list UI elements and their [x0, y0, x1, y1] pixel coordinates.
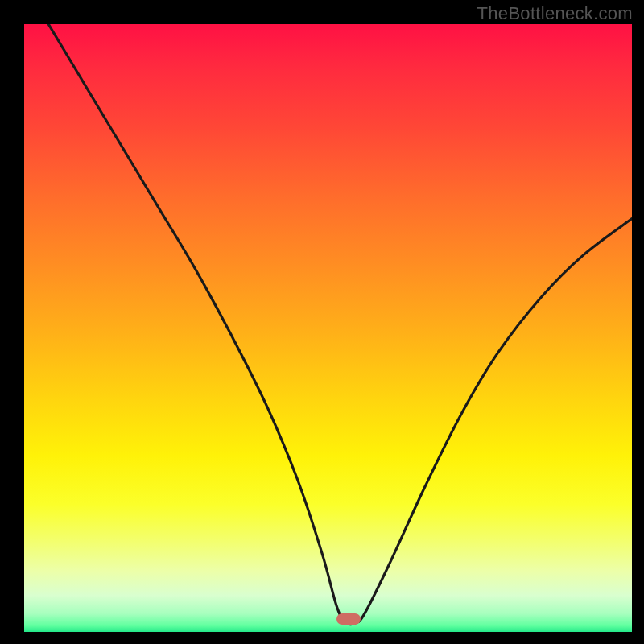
bottleneck-curve — [48, 24, 632, 625]
plot-area — [24, 24, 632, 632]
optimal-point-marker — [336, 613, 361, 625]
chart-frame: TheBottleneck.com — [0, 0, 644, 644]
watermark-text: TheBottleneck.com — [477, 3, 633, 24]
curve-layer — [24, 24, 632, 632]
